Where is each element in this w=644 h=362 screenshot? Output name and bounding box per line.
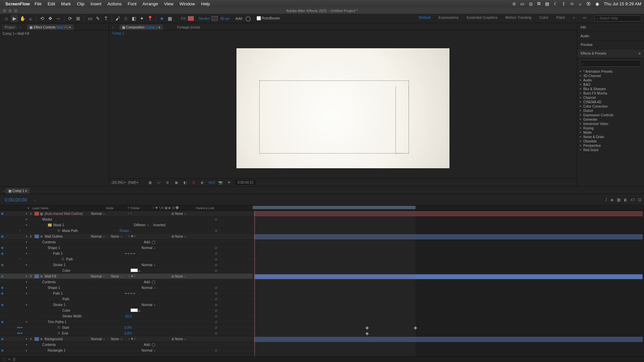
property-row[interactable]: ◉▾Trim Paths 1⊘ bbox=[0, 319, 253, 325]
effects-category[interactable]: CINEMA 4D bbox=[577, 100, 644, 104]
effects-category[interactable]: Perspective bbox=[577, 143, 644, 148]
effects-presets-panel[interactable]: Effects & Presets≡ bbox=[577, 49, 644, 58]
timeline-icon[interactable]: 🏷 bbox=[631, 197, 635, 202]
property-row[interactable]: ◉▾Shape 1Normal ▾⊘ bbox=[0, 245, 253, 251]
footage-tab[interactable]: Footage (none) bbox=[174, 24, 203, 30]
keyframe[interactable] bbox=[414, 326, 417, 330]
property-row[interactable]: ◇ŎPath⊘ bbox=[0, 256, 253, 262]
menu-file[interactable]: File bbox=[35, 1, 42, 6]
effects-category[interactable]: Keying bbox=[577, 126, 644, 130]
dropbox-icon[interactable]: ⧉ bbox=[537, 1, 540, 6]
effects-category[interactable]: Obsolete bbox=[577, 139, 644, 143]
effects-category[interactable]: Noise & Grain bbox=[577, 135, 644, 139]
menu-help[interactable]: Help bbox=[201, 1, 210, 6]
siri-icon[interactable]: ◉ bbox=[595, 1, 599, 6]
status-icon[interactable]: ⎚ bbox=[513, 1, 516, 6]
property-row[interactable]: ◉▾Path 1⟷ ⟷⊘ bbox=[0, 251, 253, 256]
mask-outline[interactable] bbox=[259, 80, 409, 154]
menu-mark[interactable]: Mark bbox=[61, 1, 71, 6]
star-icon[interactable]: ★ bbox=[158, 15, 165, 22]
effects-category[interactable]: 3D Channel bbox=[577, 74, 644, 78]
viewer-btn[interactable]: ⊞ bbox=[164, 180, 170, 185]
viewer-btn[interactable]: ◐ bbox=[199, 180, 205, 185]
workspace-menu-icon[interactable]: ▭ bbox=[583, 15, 586, 21]
project-tab[interactable]: Project bbox=[2, 24, 18, 30]
property-row[interactable]: ▾ContentsAdd: ◯ bbox=[0, 342, 253, 348]
stroke-width[interactable]: 60 px bbox=[220, 16, 229, 20]
tab-close-icon[interactable]: × bbox=[18, 25, 22, 30]
layer-row[interactable]: ◉▾2★Wall OutlineNormal ▾None ▾♀ ✱ /⊘ Non… bbox=[0, 234, 253, 239]
footer-icon[interactable]: ⬚ bbox=[3, 357, 6, 361]
property-row[interactable]: Color⇨⊘ bbox=[0, 268, 253, 274]
layer-outline[interactable]: ◉▾1▦[Auto-traced Wall Outline]Normal ▾♀ … bbox=[0, 211, 253, 356]
stroke-label[interactable]: Stroke: bbox=[199, 16, 210, 20]
menu-window[interactable]: Window bbox=[179, 1, 195, 6]
preview-timecode[interactable]: 0:00:04:22 bbox=[235, 180, 256, 185]
effects-list[interactable]: * Animation Presets3D ChannelAudioBAOBlu… bbox=[577, 69, 644, 186]
pen-tool[interactable]: ✎ bbox=[94, 15, 102, 22]
effects-category[interactable]: Generate bbox=[577, 117, 644, 122]
effects-category[interactable]: Immersive Video bbox=[577, 122, 644, 126]
fill-label[interactable]: Fill: bbox=[181, 16, 186, 20]
exposure-value[interactable]: +0.0 bbox=[208, 181, 215, 184]
viewer-btn[interactable]: ▭ bbox=[156, 180, 162, 185]
preview-panel[interactable]: Preview bbox=[577, 41, 644, 49]
composition-viewer[interactable] bbox=[109, 38, 577, 178]
layer-bar[interactable] bbox=[254, 211, 643, 216]
property-row[interactable]: Color⇨⊘ bbox=[0, 308, 253, 313]
property-row[interactable]: Stroke Width60.0⊘ bbox=[0, 313, 253, 319]
timeline-icon[interactable]: ▦ bbox=[617, 197, 621, 202]
col-trkmat[interactable]: TrkMat bbox=[130, 206, 152, 210]
menu-clip[interactable]: Clip bbox=[77, 1, 84, 6]
col-parent[interactable]: Parent & Link bbox=[196, 206, 226, 210]
brush-tool[interactable]: 🖌 bbox=[114, 15, 121, 22]
rectangle-tool[interactable]: ▭ bbox=[86, 15, 94, 22]
layer-row[interactable]: ◉▾1▦[Auto-traced Wall Outline]Normal ▾♀ … bbox=[0, 211, 253, 217]
spotlight-icon[interactable]: ⌕ bbox=[579, 1, 582, 6]
effects-search-input[interactable]: ⌕ bbox=[580, 60, 641, 67]
status-icon[interactable]: ▤ bbox=[545, 1, 549, 6]
workspace-graphics[interactable]: Essential Graphics bbox=[467, 15, 497, 21]
keyframe[interactable] bbox=[366, 326, 369, 330]
composition-canvas[interactable] bbox=[236, 48, 449, 168]
menu-font[interactable]: Font bbox=[128, 1, 137, 6]
footer-icon[interactable]: ⎆ bbox=[8, 357, 10, 361]
workspace-tracking[interactable]: Motion Tracking bbox=[505, 15, 532, 21]
current-timecode[interactable]: 0;00;00;00 bbox=[5, 197, 27, 202]
dnd-icon[interactable]: ☾ bbox=[554, 1, 558, 6]
tab-close-icon[interactable]: × bbox=[111, 25, 115, 30]
tab-close-icon[interactable]: × bbox=[2, 188, 6, 194]
puppet-tool[interactable]: 📍 bbox=[146, 15, 154, 22]
workspace-default[interactable]: Default bbox=[419, 15, 430, 21]
composition-tab[interactable]: ▦ Composition Comp 1 ≡ bbox=[119, 24, 163, 30]
effects-category[interactable]: Blur & Sharpen bbox=[577, 87, 644, 91]
effects-category[interactable]: Matte bbox=[577, 130, 644, 135]
orbit-tool[interactable]: ⟲ bbox=[39, 15, 46, 22]
property-row[interactable]: ◉▾Path 1⟷ ⟷⊘ bbox=[0, 291, 253, 296]
footer-icon[interactable]: {} bbox=[13, 357, 15, 361]
timeline-tab[interactable]: ▦ Comp 1 ≡ bbox=[6, 188, 30, 194]
viewer-btn[interactable]: ▣ bbox=[173, 180, 179, 185]
zoom-tool[interactable]: ⌕ bbox=[27, 15, 34, 22]
effects-category[interactable]: Color Correction bbox=[577, 104, 644, 109]
workspace-paint[interactable]: Paint bbox=[556, 15, 565, 21]
home-icon[interactable]: ⌂ bbox=[3, 15, 10, 22]
timeline-icon[interactable]: ◐ bbox=[624, 197, 627, 202]
viewer-btn[interactable]: ◧ bbox=[182, 180, 188, 185]
viewer-btn[interactable]: ⬡ bbox=[191, 180, 197, 185]
rotate-tool[interactable]: ⟳ bbox=[66, 15, 74, 22]
search-help-input[interactable]: ⌕ Search Help bbox=[594, 15, 641, 21]
clock[interactable]: Thu Jul 15 9:29 AM bbox=[604, 1, 641, 6]
viewer-btn[interactable]: 👁 bbox=[226, 180, 232, 185]
property-row[interactable]: ◉▸Rectangle 1Normal ▾⊘ bbox=[0, 348, 253, 353]
resolution-dropdown[interactable]: (Half) ▾ bbox=[128, 181, 138, 184]
snapshot-icon[interactable]: 📷 bbox=[217, 180, 223, 185]
timeline-tracks[interactable] bbox=[253, 211, 644, 356]
effects-category[interactable]: Expression Controls bbox=[577, 113, 644, 117]
menu-actions[interactable]: Actions bbox=[107, 1, 122, 6]
property-row[interactable]: ◇ŎMask PathShape...⊘ bbox=[0, 228, 253, 234]
timeline-search-icon[interactable]: ⌕ bbox=[34, 197, 36, 202]
stroke-swatch[interactable] bbox=[212, 16, 218, 21]
effects-category[interactable]: Channel bbox=[577, 96, 644, 100]
timeline-icon[interactable]: ⊡ bbox=[638, 197, 641, 202]
